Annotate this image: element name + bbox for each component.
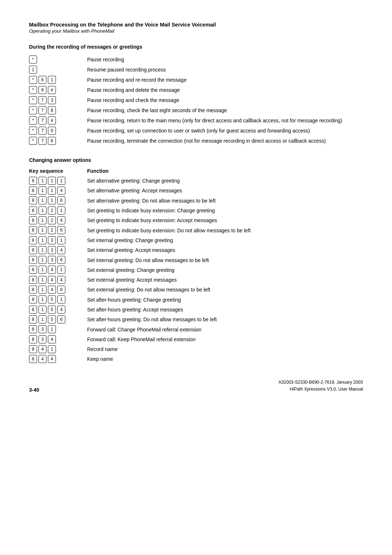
ks-description: Set external greeting: Accept messages bbox=[87, 275, 363, 285]
recording-row: *Pause recording bbox=[29, 55, 363, 65]
ks-row: 831Forward call: Change PhoneMail referr… bbox=[29, 325, 363, 334]
ks-description: Set greeting to indicate busy extension:… bbox=[87, 216, 363, 225]
ks-row: 8124Set greeting to indicate busy extens… bbox=[29, 216, 363, 225]
key-box: 8 bbox=[48, 106, 56, 114]
ks-key-seq: 8111 bbox=[29, 176, 87, 186]
ks-description: Set alternative greeting: Do not allow m… bbox=[87, 196, 363, 206]
recording-row: *6#Pause recording and delete the messag… bbox=[29, 85, 363, 95]
key-box: 6 bbox=[57, 196, 65, 204]
key-box: 2 bbox=[48, 216, 56, 224]
key-box: 4 bbox=[48, 335, 56, 343]
key-box: 3 bbox=[48, 256, 56, 264]
recording-section-title: During the recording of messages or gree… bbox=[29, 44, 363, 50]
recording-key-seq: *76 bbox=[29, 136, 87, 146]
recording-key-seq: *61 bbox=[29, 75, 87, 85]
recording-key-seq: * bbox=[29, 55, 87, 65]
ks-key-seq: 8121 bbox=[29, 206, 87, 216]
key-box: 4 bbox=[38, 355, 46, 363]
ks-row: 8156Set after-hours greeting: Do not all… bbox=[29, 315, 363, 325]
key-box: * bbox=[29, 127, 37, 135]
ks-key-seq: 8156 bbox=[29, 315, 87, 325]
key-box: 1 bbox=[38, 256, 46, 264]
key-box: 1 bbox=[48, 196, 56, 204]
ks-key-seq: 8126 bbox=[29, 225, 87, 235]
key-box: 8 bbox=[29, 236, 37, 244]
key-box: 1 bbox=[29, 66, 37, 74]
ks-row: 8121Set greeting to indicate busy extens… bbox=[29, 206, 363, 216]
key-box: * bbox=[29, 56, 37, 64]
recording-description: Pause recording, return to the main menu… bbox=[87, 116, 363, 126]
key-box: 3 bbox=[48, 96, 56, 104]
recording-key-seq: 1 bbox=[29, 65, 87, 75]
ks-description: Set internal greeting: Do not allow mess… bbox=[87, 255, 363, 265]
key-box: 1 bbox=[38, 266, 46, 274]
key-box: * bbox=[29, 106, 37, 114]
key-box: # bbox=[48, 86, 56, 94]
key-box: 8 bbox=[29, 325, 37, 333]
ks-row: 8126Set greeting to indicate busy extens… bbox=[29, 225, 363, 235]
key-box: 4 bbox=[57, 276, 65, 284]
key-box: 1 bbox=[57, 177, 65, 185]
key-box: 2 bbox=[48, 207, 56, 215]
ks-description: Set internal greeting: Accept messages bbox=[87, 245, 363, 255]
ks-description: Forward call: Keep PhoneMail referral ex… bbox=[87, 335, 363, 344]
key-box: 6 bbox=[57, 256, 65, 264]
key-box: 4 bbox=[48, 355, 56, 363]
key-box: 7 bbox=[38, 137, 46, 145]
key-box: 7 bbox=[38, 117, 46, 125]
key-box: * bbox=[29, 96, 37, 104]
ks-row: 8154Set after-hours greeting: Accept mes… bbox=[29, 305, 363, 315]
recording-table: *Pause recording1Resume paused recording… bbox=[29, 55, 363, 146]
recording-row: *70Pause recording, set up connection to… bbox=[29, 126, 363, 136]
key-box: 4 bbox=[48, 286, 56, 294]
ks-description: Set internal greeting: Change greeting bbox=[87, 236, 363, 245]
key-box: 8 bbox=[29, 226, 37, 234]
key-box: 1 bbox=[57, 236, 65, 244]
key-box: 8 bbox=[29, 207, 37, 215]
key-box: 1 bbox=[38, 226, 46, 234]
key-box: 1 bbox=[38, 196, 46, 204]
key-box: 8 bbox=[29, 345, 37, 353]
recording-description: Pause recording and re-record the messag… bbox=[87, 75, 363, 85]
key-box: 1 bbox=[57, 295, 65, 303]
ks-key-seq: 834 bbox=[29, 335, 87, 344]
recording-description: Pause recording, set up connection to us… bbox=[87, 126, 363, 136]
page-number: 3-40 bbox=[29, 387, 39, 393]
main-title: Mailbox Processing on the Telephone and … bbox=[29, 22, 363, 28]
key-box: 4 bbox=[48, 266, 56, 274]
ks-key-seq: 844 bbox=[29, 354, 87, 364]
key-box: 0 bbox=[48, 127, 56, 135]
ks-key-seq: 8151 bbox=[29, 295, 87, 305]
ks-key-seq: 8131 bbox=[29, 236, 87, 245]
recording-key-seq: *70 bbox=[29, 126, 87, 136]
ks-key-seq: 8141 bbox=[29, 265, 87, 275]
col-function: Function bbox=[87, 168, 363, 176]
key-box: 7 bbox=[38, 96, 46, 104]
key-box: 8 bbox=[29, 256, 37, 264]
key-box: 4 bbox=[38, 345, 46, 353]
recording-description: Pause recording and delete the message bbox=[87, 85, 363, 95]
key-box: 4 bbox=[48, 276, 56, 284]
key-box: 1 bbox=[38, 315, 46, 323]
ks-row: 8141Set external greeting: Change greeti… bbox=[29, 265, 363, 275]
key-box: # bbox=[48, 117, 56, 125]
key-box: 1 bbox=[48, 177, 56, 185]
key-box: 1 bbox=[38, 216, 46, 224]
footer: 3-40 A31003-S2330-B690-2-7619, January 2… bbox=[29, 379, 363, 393]
ks-table: Key sequence Function 8111Set alternativ… bbox=[29, 168, 363, 364]
ks-description: Set external greeting: Do not allow mess… bbox=[87, 285, 363, 295]
key-box: 3 bbox=[38, 325, 46, 333]
ks-key-seq: 8134 bbox=[29, 245, 87, 255]
ks-key-seq: 831 bbox=[29, 325, 87, 334]
key-box: 1 bbox=[48, 187, 56, 195]
recording-description: Resume paused recording process bbox=[87, 65, 363, 75]
key-box: 1 bbox=[38, 306, 46, 314]
key-box: 1 bbox=[57, 266, 65, 274]
ks-row: 8134Set internal greeting: Accept messag… bbox=[29, 245, 363, 255]
ks-row: 8111Set alternative greeting: Change gre… bbox=[29, 176, 363, 186]
key-box: 8 bbox=[29, 246, 37, 254]
ks-description: Set greeting to indicate busy extension:… bbox=[87, 225, 363, 235]
key-box: 6 bbox=[57, 286, 65, 294]
key-box: 6 bbox=[38, 86, 46, 94]
key-box: 1 bbox=[38, 246, 46, 254]
